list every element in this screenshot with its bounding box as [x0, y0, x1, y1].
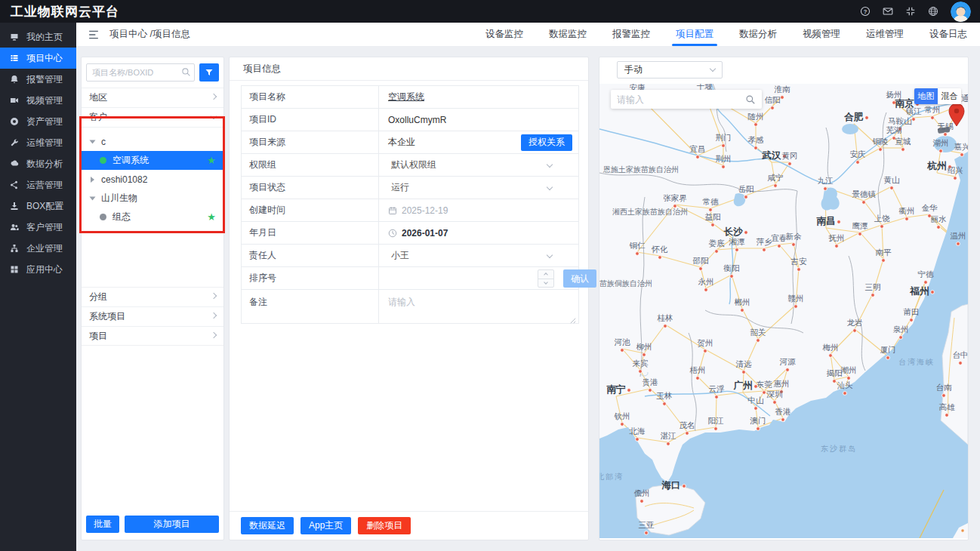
map-city-label: 恩施土家族苗族自治州 [602, 165, 679, 174]
chevron-down-icon[interactable] [547, 161, 553, 167]
tree-search-row [82, 57, 223, 88]
tab-设备监控[interactable]: 设备监控 [473, 23, 536, 46]
map-city-label: 深圳 [766, 389, 783, 399]
tree-section-分组[interactable]: 分组 [82, 287, 223, 306]
batch-button[interactable]: 批量 [86, 516, 119, 533]
favorite-star-icon[interactable]: ★ [207, 212, 216, 222]
fullscreen-icon[interactable] [905, 6, 916, 17]
stepper-up-icon[interactable] [538, 270, 553, 279]
help-icon[interactable]: ? [860, 6, 871, 17]
project-search-input[interactable] [86, 63, 195, 82]
tree-branch-c[interactable]: c [82, 132, 223, 151]
map-city-label: 绍兴 [948, 165, 964, 174]
map-layer-地图[interactable]: 地图 [914, 88, 938, 104]
select-value[interactable]: 运行 [388, 181, 409, 194]
field-label: 权限组 [242, 154, 379, 176]
map-city-label: 南宁 [606, 383, 627, 395]
remark-textarea[interactable] [388, 296, 578, 323]
map-city-label: 金华 [922, 203, 938, 212]
avatar[interactable] [951, 2, 971, 22]
tree-section-地区[interactable]: 地区 [82, 88, 223, 107]
map-city-label: 贺州 [698, 338, 713, 347]
authorize-relation-button[interactable]: 授权关系 [521, 134, 572, 151]
footer-button-删除项目[interactable]: 删除项目 [358, 517, 411, 534]
date-value[interactable]: 2025-12-19 [402, 205, 448, 216]
confirm-button[interactable]: 确认 [563, 269, 596, 288]
sidebar-item-asset[interactable]: 资产管理 [0, 111, 76, 132]
tree-section-客户[interactable]: 客户 [82, 107, 223, 127]
map-city-label: 益阳 [705, 212, 721, 221]
tree-section-项目[interactable]: 项目 [82, 326, 223, 346]
map-city-label: 梧州 [689, 365, 706, 374]
quantity-stepper[interactable] [538, 269, 554, 288]
map-canvas[interactable]: 安康十堰淮南信阳扬州南京镇江常州南通随州合肥马鞍山无锡芜湖荆门孝感铜陵宣城湖州嘉… [599, 84, 968, 538]
filter-button[interactable] [199, 63, 219, 82]
add-project-button[interactable]: 添加项目 [125, 516, 219, 533]
chevron-right-icon [211, 293, 217, 299]
map-layer-混合[interactable]: 混合 [938, 88, 961, 104]
sidebar-item-chart[interactable]: 数据分析 [0, 153, 76, 174]
sidebar-item-label: 视频管理 [26, 94, 63, 107]
tab-视频管理[interactable]: 视频管理 [790, 23, 853, 46]
tab-数据分析[interactable]: 数据分析 [726, 23, 790, 46]
form-row-排序号: 排序号确认 [242, 267, 578, 290]
map-city-label: 台南 [936, 383, 953, 392]
select-value[interactable]: 小王 [388, 249, 409, 262]
home-icon [10, 32, 19, 42]
caret-icon[interactable] [91, 177, 94, 183]
collapse-menu-icon[interactable] [88, 30, 99, 39]
tree-branch-山川生物[interactable]: 山川生物 [82, 189, 223, 208]
select-value[interactable]: 默认权限组 [388, 159, 436, 171]
sidebar-item-box[interactable]: BOX配置 [0, 195, 76, 217]
map-city-label: 云浮 [709, 384, 726, 393]
sidebar-item-bell[interactable]: 报警管理 [0, 69, 76, 90]
tree-leaf-组态[interactable]: 组态★ [82, 208, 223, 226]
map-city-label: 温州 [951, 231, 966, 240]
tab-报警监控[interactable]: 报警监控 [599, 23, 663, 46]
form-footer: 数据延迟App主页删除项目 [230, 511, 588, 540]
tree-section-系统项目[interactable]: 系统项目 [82, 306, 223, 326]
map-city-label: 高雄 [939, 402, 956, 411]
sidebar-item-org[interactable]: 企业管理 [0, 238, 76, 259]
chevron-down-icon[interactable] [547, 251, 553, 257]
sidebar-item-users[interactable]: 客户管理 [0, 217, 76, 238]
map-search-input[interactable] [611, 94, 745, 105]
globe-icon[interactable] [928, 6, 938, 17]
sidebar-item-home[interactable]: 我的主页 [0, 26, 76, 48]
map-city-label: 杭州 [927, 160, 947, 171]
footer-button-数据延迟[interactable]: 数据延迟 [241, 517, 294, 534]
search-icon[interactable] [745, 94, 756, 105]
tab-运维管理[interactable]: 运维管理 [853, 23, 917, 46]
chevron-down-icon [211, 113, 217, 119]
caret-icon[interactable] [90, 196, 96, 200]
map-city-label: 湘潭 [729, 237, 746, 246]
resize-handle[interactable] [570, 316, 576, 322]
project-name-link[interactable]: 空调系统 [388, 91, 424, 103]
stepper-down-icon[interactable] [538, 279, 553, 288]
tab-数据监控[interactable]: 数据监控 [536, 23, 599, 46]
calendar-icon [388, 206, 397, 215]
mail-icon[interactable] [883, 6, 893, 17]
date-value[interactable]: 2026-01-07 [402, 228, 448, 239]
map-mode-select[interactable]: 手动 [617, 61, 723, 78]
sidebar-item-projects[interactable]: 项目中心 [0, 48, 76, 69]
sidebar-item-video[interactable]: 视频管理 [0, 90, 76, 111]
caret-icon[interactable] [90, 140, 96, 143]
map-city-label: 湛江 [661, 431, 677, 440]
favorite-star-icon[interactable]: ★ [207, 155, 216, 165]
tab-设备日志[interactable]: 设备日志 [917, 23, 980, 46]
form-row-项目名称: 项目名称空调系统 [242, 86, 578, 109]
tree-leaf-空调系统[interactable]: 空调系统★ [82, 151, 223, 170]
tree-branch-ceshi01082[interactable]: ceshi01082 [82, 170, 223, 189]
sidebar-item-share[interactable]: 运营管理 [0, 174, 76, 195]
map-city-label: 河源 [780, 357, 797, 366]
map-city-label: 衡阳 [723, 263, 740, 272]
sidebar-item-label: 报警管理 [26, 73, 63, 86]
chevron-down-icon[interactable] [547, 183, 553, 189]
tab-项目配置[interactable]: 项目配置 [663, 23, 726, 46]
sidebar-item-apps[interactable]: 应用中心 [0, 259, 76, 280]
footer-button-App主页[interactable]: App主页 [300, 517, 351, 534]
map-city-label: 梅州 [822, 343, 839, 352]
sidebar-item-wrench[interactable]: 运维管理 [0, 132, 76, 153]
map-city-label: 景德镇 [852, 189, 876, 199]
